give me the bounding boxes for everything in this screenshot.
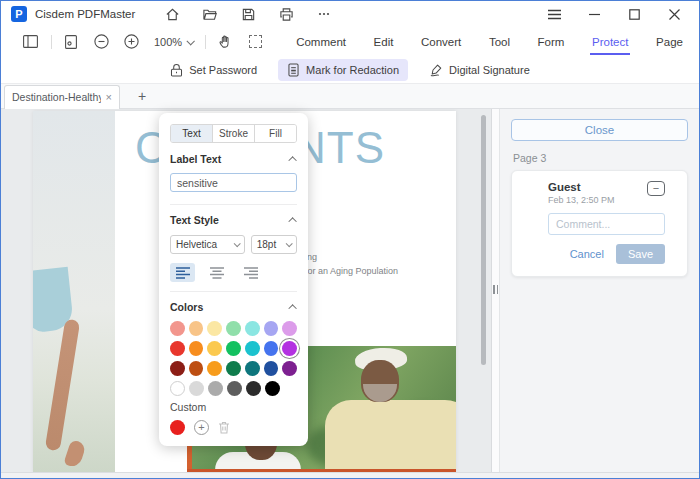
lock-icon [170, 63, 183, 77]
protect-toolbar: Set Password Mark for Redaction Digital … [1, 56, 699, 84]
align-right-button[interactable] [238, 263, 263, 282]
tab-close-icon[interactable]: × [106, 92, 112, 103]
menu-comment[interactable]: Comment [294, 29, 348, 55]
text-style-title: Text Style [170, 214, 219, 226]
print-icon[interactable] [271, 3, 301, 25]
color-swatch[interactable] [264, 361, 279, 376]
tab-fill[interactable]: Fill [255, 125, 296, 142]
align-left-button[interactable] [170, 263, 195, 282]
comment-input[interactable] [548, 213, 665, 235]
color-swatch[interactable] [208, 381, 223, 396]
page-thumbnail-icon[interactable] [60, 31, 82, 53]
menu-convert[interactable]: Convert [419, 29, 463, 55]
color-swatch[interactable] [170, 341, 185, 356]
minimize-icon[interactable] [579, 3, 609, 25]
color-swatch[interactable] [245, 341, 260, 356]
delete-color-icon[interactable] [218, 421, 230, 434]
zoom-in-icon[interactable] [120, 31, 142, 53]
custom-color-swatch[interactable] [170, 420, 185, 435]
splitter-grip-icon[interactable] [493, 285, 498, 294]
add-color-button[interactable]: + [194, 420, 209, 435]
color-swatch[interactable] [189, 341, 204, 356]
custom-colors-title: Custom [170, 401, 297, 413]
document-tab[interactable]: Destination-Healthy-... × [4, 85, 120, 109]
close-window-icon[interactable] [659, 3, 689, 25]
color-swatch[interactable] [170, 361, 185, 376]
zoom-level-dropdown[interactable]: 100% [150, 34, 197, 50]
font-size-dropdown[interactable]: 18pt [251, 235, 297, 254]
zoom-level-value: 100% [154, 36, 182, 48]
hand-tool-icon[interactable] [214, 31, 236, 53]
hamburger-menu-icon[interactable] [539, 3, 569, 25]
digital-signature-button[interactable]: Digital Signature [420, 59, 539, 81]
signature-pen-icon [429, 63, 443, 77]
color-swatch[interactable] [207, 361, 222, 376]
label-text-input[interactable] [170, 173, 297, 192]
sidebar-splitter[interactable] [492, 109, 500, 472]
chevron-down-icon [187, 37, 195, 45]
maximize-icon[interactable] [619, 3, 649, 25]
vertical-scrollbar[interactable] [481, 115, 486, 365]
save-icon[interactable] [233, 3, 263, 25]
font-family-dropdown[interactable]: Helvetica [170, 235, 245, 254]
close-sidebar-button[interactable]: Close [511, 119, 688, 141]
color-swatch[interactable] [189, 321, 204, 336]
color-swatch[interactable] [170, 381, 185, 396]
set-password-label: Set Password [189, 64, 257, 76]
colors-section-header[interactable]: Colors [170, 301, 297, 313]
color-swatch[interactable] [264, 341, 279, 356]
menu-protect[interactable]: Protect [590, 29, 630, 55]
color-swatch[interactable] [226, 321, 241, 336]
tab-text[interactable]: Text [171, 125, 213, 142]
custom-colors-row: + [170, 420, 297, 435]
color-swatch[interactable] [282, 361, 297, 376]
comment-author: Guest [548, 181, 647, 193]
comment-timestamp: Feb 13, 2:50 PM [548, 195, 647, 205]
open-folder-icon[interactable] [195, 3, 225, 25]
sidebar-toggle-icon[interactable] [19, 31, 41, 53]
align-center-button[interactable] [204, 263, 229, 282]
mark-for-redaction-button[interactable]: Mark for Redaction [278, 59, 408, 81]
save-comment-button[interactable]: Save [616, 244, 665, 264]
chevron-up-icon [288, 304, 296, 312]
home-icon[interactable] [157, 3, 187, 25]
add-tab-button[interactable]: + [134, 87, 150, 105]
label-text-section-header[interactable]: Label Text [170, 153, 297, 165]
marquee-select-icon[interactable] [244, 31, 266, 53]
zoom-out-icon[interactable] [90, 31, 112, 53]
color-swatch[interactable] [207, 341, 222, 356]
color-swatch[interactable] [245, 361, 260, 376]
color-swatch[interactable] [227, 381, 242, 396]
text-style-section-header[interactable]: Text Style [170, 214, 297, 226]
tab-stroke[interactable]: Stroke [213, 125, 255, 142]
color-swatch[interactable] [265, 381, 280, 396]
more-icon[interactable] [309, 3, 339, 25]
chevron-down-icon [286, 240, 293, 247]
color-swatch[interactable] [264, 321, 279, 336]
color-swatch[interactable] [282, 321, 297, 336]
menu-page[interactable]: Page [654, 29, 685, 55]
color-swatch[interactable] [245, 321, 260, 336]
set-password-button[interactable]: Set Password [161, 59, 266, 81]
color-swatch[interactable] [226, 361, 241, 376]
toolbar-separator [51, 35, 52, 49]
color-swatch[interactable] [226, 341, 241, 356]
menu-edit[interactable]: Edit [372, 29, 396, 55]
toolbar: 100% Comment Edit Convert Tool Form Prot… [1, 27, 699, 56]
cancel-button[interactable]: Cancel [570, 248, 604, 260]
pdf-text-fragment: for an Aging Population [305, 266, 398, 276]
titlebar: P Cisdem PDFMaster [1, 1, 699, 27]
menu-tool[interactable]: Tool [487, 29, 512, 55]
color-swatch[interactable] [246, 381, 261, 396]
menu-form[interactable]: Form [536, 29, 567, 55]
chevron-up-icon [288, 217, 296, 225]
panel-divider [170, 291, 297, 292]
color-swatch-selected[interactable] [282, 341, 297, 356]
collapse-comment-icon[interactable]: − [647, 181, 665, 196]
color-swatch[interactable] [189, 361, 204, 376]
comment-sidebar: Close Page 3 Guest Feb 13, 2:50 PM − Can… [500, 109, 699, 472]
color-swatch[interactable] [207, 321, 222, 336]
color-swatch[interactable] [170, 321, 185, 336]
color-swatch[interactable] [189, 381, 204, 396]
panel-divider [170, 204, 297, 205]
